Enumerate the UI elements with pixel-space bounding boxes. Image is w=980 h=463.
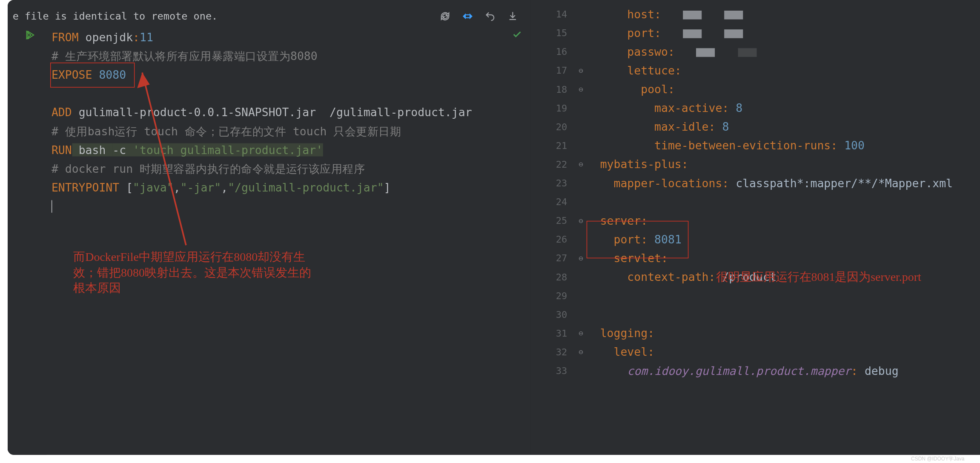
download-icon[interactable] bbox=[507, 11, 518, 22]
file-identical-message: e file is identical to remote one. bbox=[13, 10, 440, 22]
line-number: 19 bbox=[531, 99, 571, 117]
line-number: 22 bbox=[531, 155, 571, 174]
line-number: 26 bbox=[531, 230, 571, 249]
token-add: ADD bbox=[52, 106, 72, 119]
refresh-icon[interactable] bbox=[439, 11, 450, 22]
screenshot-frame: e file is identical to remote one. FROM … bbox=[8, 0, 980, 463]
line-number: 25 bbox=[531, 211, 571, 230]
line-number: 21 bbox=[531, 136, 571, 155]
line-number: 29 bbox=[531, 286, 571, 305]
line-number: 33 bbox=[531, 362, 571, 380]
token-from: FROM bbox=[52, 31, 79, 44]
line-number: 15 bbox=[531, 24, 571, 43]
line-number: 24 bbox=[531, 193, 571, 211]
line-number-gutter: 1415161718192021222324252627282930313233 bbox=[531, 0, 571, 455]
left-gutter bbox=[8, 24, 46, 455]
dockerfile-comment-2: # 使用bash运行 touch 命令；已存在的文件 touch 只会更新日期 bbox=[52, 125, 401, 138]
dockerfile-comment-1: # 生产环境部署默认将所有应用暴露端口设置为8080 bbox=[52, 49, 318, 63]
line-number: 18 bbox=[531, 80, 571, 99]
line-number: 20 bbox=[531, 117, 571, 136]
token-run: RUN bbox=[52, 143, 72, 157]
annotation-text-right: 很明显应用运行在8081是因为server.port bbox=[716, 269, 935, 285]
line-number: 30 bbox=[531, 305, 571, 324]
yaml-editor-pane: 1415161718192021222324252627282930313233… bbox=[531, 0, 980, 455]
dockerfile-comment-3: # docker run 时期望容器内执行的命令就是运行该应用程序 bbox=[52, 162, 365, 175]
token-expose: EXPOSE bbox=[52, 68, 92, 81]
text-cursor bbox=[52, 200, 52, 212]
editor-toolbar bbox=[439, 11, 526, 22]
line-number: 16 bbox=[531, 43, 571, 61]
watermark-text: CSDN @IDOOY学Java bbox=[911, 455, 965, 463]
dockerfile-editor-pane: e file is identical to remote one. FROM … bbox=[8, 0, 531, 455]
sync-icon[interactable] bbox=[462, 11, 473, 22]
editor-split-view: e file is identical to remote one. FROM … bbox=[8, 0, 980, 455]
undo-icon[interactable] bbox=[484, 11, 496, 22]
run-gutter-icon[interactable] bbox=[26, 30, 36, 43]
dockerfile-code[interactable]: FROM openjdk:11 # 生产环境部署默认将所有应用暴露端口设置为80… bbox=[52, 28, 531, 216]
line-number: 27 bbox=[531, 249, 571, 268]
line-number: 31 bbox=[531, 324, 571, 343]
line-number: 28 bbox=[531, 268, 571, 286]
line-number: 32 bbox=[531, 343, 571, 362]
yaml-code[interactable]: host: port: passwo: lettuce: pool: max-a… bbox=[587, 5, 953, 380]
token-entrypoint: ENTRYPOINT bbox=[52, 181, 119, 194]
line-number: 14 bbox=[531, 5, 571, 24]
editor-notification-bar: e file is identical to remote one. bbox=[8, 0, 531, 24]
line-number: 17 bbox=[531, 61, 571, 80]
line-number: 23 bbox=[531, 174, 571, 193]
annotation-text-left: 而DockerFile中期望应用运行在8080却没有生效；错把8080映射出去。… bbox=[73, 249, 311, 296]
